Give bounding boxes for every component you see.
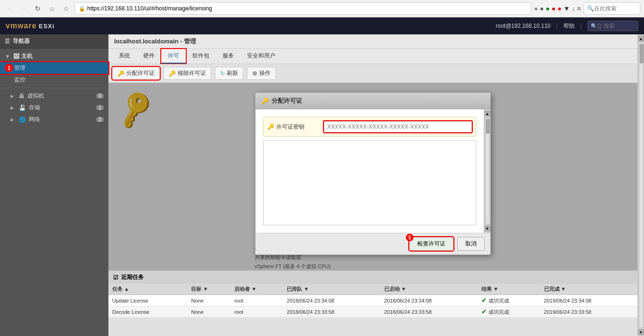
vm-icon: 🖶	[19, 93, 25, 99]
vmware-search-icon: 🔍	[591, 23, 597, 29]
sidebar-toggle-icon[interactable]: ☰	[5, 38, 10, 45]
license-key-label: 🔑 许可证密钥	[267, 123, 324, 131]
annotation-5: 5	[406, 234, 413, 241]
sidebar-item-manage[interactable]: 管理 1	[0, 62, 108, 74]
storage-badge: 1	[96, 105, 104, 110]
expand-icon: ▼	[5, 53, 10, 60]
col-task[interactable]: 任务 ▲	[108, 284, 187, 295]
page-title: localhost.localdomain - 管理	[108, 34, 637, 49]
scroll-up[interactable]: ▲	[638, 36, 644, 41]
form-row-license-key: 🔑 许可证密钥	[263, 117, 476, 137]
col-started[interactable]: 已启动 ▼	[380, 284, 478, 295]
tasks-header: ☑ 近期任务	[108, 271, 637, 284]
assign-license-label: 分配许可证	[126, 69, 155, 77]
sidebar-section: ▼ 🖼 主机 管理 1 监控 ► 🖶 虚拟机 0 ► 💾 存储	[0, 49, 108, 127]
help-link[interactable]: 帮助	[563, 22, 575, 30]
bookmark-button[interactable]: ☆	[60, 3, 72, 14]
remove-license-label: 移除许可证	[178, 69, 206, 77]
tab-hardware[interactable]: 硬件	[137, 49, 161, 64]
cell-started: 2018/06/24 23:33:58	[380, 306, 478, 318]
remove-license-button[interactable]: 🔑 移除许可证	[164, 67, 211, 80]
network-icon: 🌐	[19, 116, 26, 123]
sidebar-item-network[interactable]: ► 🌐 网络 2	[0, 114, 108, 125]
scroll-down[interactable]: ▼	[638, 329, 644, 335]
assign-license-dialog: 🔑 分配许可证 🔑 许可证密钥	[255, 92, 491, 255]
cell-completed: 2019/06/24 23:34:08	[540, 295, 637, 306]
remove-icon: 🔑	[169, 70, 176, 77]
reload-button[interactable]: ↻	[32, 3, 43, 14]
tasks-table: 任务 ▲ 目标 ▼ 启动者 ▼ 已排队 ▼ 已启动 ▼ 结果 ▼ 已完成 ▼ U…	[108, 284, 637, 318]
tab-license[interactable]: 许可	[161, 49, 186, 64]
annotation-1: 1	[5, 64, 13, 72]
network-expand-icon: ►	[9, 116, 15, 123]
check-license-label: 检查许可证	[417, 240, 446, 247]
browser-toolbar: ← → ↻ ⌂ ☆ 🔒 ● ● ● ● ● ▼ ↓ ≡ 🔍	[0, 0, 644, 17]
col-target[interactable]: 目标 ▼	[187, 284, 231, 295]
tab-system[interactable]: 系统	[112, 49, 137, 64]
cancel-button[interactable]: 取消	[457, 237, 485, 251]
license-key-text: 许可证密钥	[276, 123, 305, 131]
vmware-search-box[interactable]: 🔍	[587, 21, 638, 31]
storage-expand-icon: ►	[9, 105, 15, 111]
sidebar: ☰ 导航器 ▼ 🖼 主机 管理 1 监控 ► 🖶 虚拟机 0	[0, 34, 108, 336]
license-key-input[interactable]	[324, 121, 472, 132]
header-separator2: |	[580, 23, 582, 29]
scroll-track	[485, 118, 490, 224]
ext-icon-6: ▼	[563, 5, 570, 12]
cell-result: ✔ 成功完成	[478, 306, 540, 318]
tasks-table-wrapper: 任务 ▲ 目标 ▼ 启动者 ▼ 已排队 ▼ 已启动 ▼ 结果 ▼ 已完成 ▼ U…	[108, 284, 637, 318]
host-icon: 🖼	[13, 53, 19, 60]
dialog-title-bar: 🔑 分配许可证	[256, 93, 490, 109]
cell-initiator: root	[231, 306, 283, 318]
browser-search-box[interactable]: 🔍	[584, 2, 640, 15]
menu-icon[interactable]: ≡	[577, 5, 581, 12]
url-input[interactable]	[87, 5, 527, 12]
forward-button[interactable]: →	[18, 3, 29, 14]
scroll-down-arrow[interactable]: ▼	[485, 226, 490, 231]
tab-security[interactable]: 安全和用户	[240, 49, 282, 64]
col-completed[interactable]: 已完成 ▼	[540, 284, 637, 295]
cell-completed: 2019/06/24 23:33:58	[540, 306, 637, 318]
tasks-title: 近期任务	[121, 273, 144, 281]
tab-services[interactable]: 服务	[216, 49, 240, 64]
sidebar-group-host[interactable]: ▼ 🖼 主机	[0, 50, 108, 62]
refresh-button[interactable]: ↻ 刷新	[215, 67, 243, 80]
tab-packages[interactable]: 软件包	[186, 49, 216, 64]
dialog-main: 🔑 许可证密钥	[256, 109, 484, 233]
actions-button[interactable]: ⚙ 操作	[247, 67, 276, 80]
browser-search-input[interactable]	[594, 5, 636, 12]
ext-icon-4: ●	[552, 5, 555, 12]
refresh-icon: ↻	[220, 70, 225, 77]
scroll-up-arrow[interactable]: ▲	[485, 111, 490, 116]
key-toolbar-icon: 🔑	[117, 70, 124, 77]
vm-label: 虚拟机	[27, 92, 44, 100]
content-area: localhost.localdomain - 管理 系统 硬件 许可 软件包 …	[108, 34, 637, 336]
check-license-button[interactable]: 5 检查许可证	[409, 237, 454, 251]
address-bar[interactable]: 🔒	[74, 2, 531, 15]
back-button[interactable]: ←	[4, 3, 15, 14]
vmware-logo: vmware ESXi	[6, 22, 55, 30]
assign-license-button[interactable]: 🔑 分配许可证	[112, 67, 160, 80]
header-separator: |	[556, 23, 558, 29]
ext-icon-5: ●	[558, 5, 561, 12]
tasks-panel: ☑ 近期任务 任务 ▲ 目标 ▼ 启动者 ▼ 已排队 ▼ 已启动 ▼ 结果 ▼ …	[108, 270, 637, 336]
cell-target: None	[187, 295, 231, 306]
vmware-header: vmware ESXi root@192.168.10.110 | 帮助 | 🔍	[0, 17, 644, 34]
cancel-label: 取消	[465, 240, 477, 247]
home-button[interactable]: ⌂	[46, 3, 58, 14]
vmware-search-input[interactable]	[597, 23, 635, 29]
sidebar-item-storage[interactable]: ► 💾 存储 1	[0, 102, 108, 114]
download-icon[interactable]: ↓	[572, 5, 575, 12]
cell-result: ✔ 成功完成	[478, 295, 540, 306]
dialog-title: 分配许可证	[272, 97, 302, 105]
col-initiator[interactable]: 启动者 ▼	[231, 284, 283, 295]
sidebar-divider	[0, 88, 108, 88]
col-result[interactable]: 结果 ▼	[478, 284, 540, 295]
refresh-label: 刷新	[227, 69, 238, 77]
col-queued[interactable]: 已排队 ▼	[283, 284, 380, 295]
sidebar-item-monitor[interactable]: 监控	[0, 74, 108, 86]
vm-badge: 0	[96, 93, 104, 98]
sidebar-item-vm[interactable]: ► 🖶 虚拟机 0	[0, 90, 108, 102]
dialog-content-area	[263, 140, 476, 225]
cell-task: Decode License	[108, 306, 187, 318]
